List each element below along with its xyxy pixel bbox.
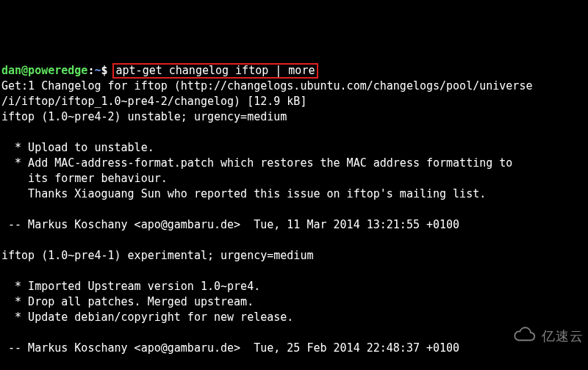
output-line: * Update debian/copyright for new releas… — [1, 311, 293, 324]
output-line: * Drop all patches. Merged upstream. — [1, 295, 254, 308]
output-line: Get:1 Changelog for iftop (http://change… — [1, 79, 532, 92]
output-line: * Imported Upstream version 1.0~pre4. — [1, 280, 260, 293]
output-line: -- Markus Koschany <apo@gambaru.de> Tue,… — [1, 218, 459, 231]
cloud-icon — [493, 311, 537, 363]
output-line: -- Markus Koschany <apo@gambaru.de> Tue,… — [1, 341, 459, 355]
output-line: Thanks Xiaoguang Sun who reported this i… — [1, 187, 486, 200]
output-line: * Upload to unstable. — [1, 141, 154, 154]
watermark-text: 亿速云 — [542, 329, 584, 344]
output-line: /i/iftop/iftop_1.0~pre4-2/changelog) [12… — [1, 95, 306, 108]
prompt-line: dan@poweredge:~$ apt-get changelog iftop… — [1, 64, 318, 77]
output-line: its former behaviour. — [1, 172, 168, 185]
output-line: iftop (1.0~pre4-1) experimental; urgency… — [1, 249, 313, 262]
watermark: 亿速云 — [493, 311, 584, 363]
output-line: iftop (1.0~pre4-2) unstable; urgency=med… — [1, 110, 287, 123]
output-line: * Add MAC-address-format.patch which res… — [1, 156, 512, 170]
command-text: apt-get changelog iftop | more — [116, 64, 315, 77]
prompt-user-host: dan@poweredge — [1, 64, 87, 77]
command-highlight: apt-get changelog iftop | more — [112, 63, 319, 79]
